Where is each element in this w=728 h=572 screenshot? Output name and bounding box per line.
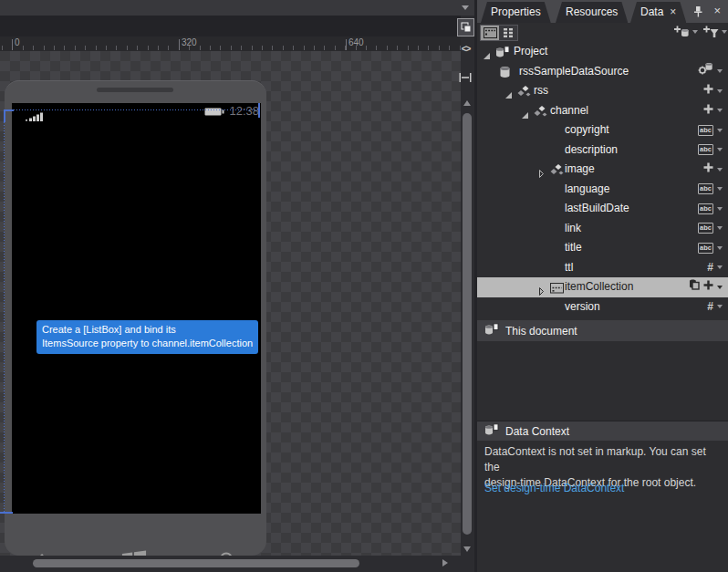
details-view-button[interactable] — [481, 26, 499, 40]
tree-row-project[interactable]: Project — [477, 42, 728, 62]
scroll-down-arrow-icon[interactable] — [463, 546, 471, 552]
data-context-title: Data Context — [505, 425, 569, 438]
design-view-icon — [461, 22, 472, 33]
set-datacontext-link[interactable]: Set design-time DataContext — [484, 482, 624, 494]
document-database-icon — [484, 323, 499, 338]
dropdown-caret-icon[interactable] — [717, 168, 723, 172]
tree-row-title[interactable]: titleabc — [477, 238, 728, 258]
horizontal-scrollbar-track[interactable] — [0, 556, 474, 572]
tree-row-description[interactable]: descriptionabc — [477, 140, 728, 161]
this-document-label: This document — [505, 325, 577, 338]
pin-icon[interactable] — [692, 5, 703, 17]
phone-screen[interactable]: 12:38 — [12, 103, 261, 514]
tree-row-link[interactable]: linkabc — [477, 219, 728, 239]
chevron-down-icon[interactable] — [462, 5, 469, 10]
dropdown-caret-icon[interactable] — [717, 246, 723, 250]
ruler-major-tick — [12, 39, 13, 50]
xaml-view-button[interactable]: <> — [459, 44, 473, 57]
text-field-badge-icon: abc — [698, 125, 713, 136]
dropdown-caret-icon[interactable] — [717, 207, 723, 211]
data-source-options-icon[interactable] — [698, 62, 713, 82]
ruler-major-tick — [179, 39, 180, 50]
tab-resources[interactable]: Resources — [556, 2, 628, 23]
ruler-major-tick — [346, 39, 347, 50]
view-toggle-group — [480, 25, 518, 41]
data-context-header[interactable]: Data Context — [477, 421, 728, 441]
phone-status-bar: 12:38 — [12, 103, 261, 123]
row-badges: abc — [698, 219, 723, 239]
add-field-icon[interactable] — [703, 81, 713, 101]
dropdown-caret-icon[interactable] — [717, 286, 723, 289]
tree-row-label: itemCollection — [565, 277, 633, 297]
binding-hint-tooltip: Create a [ListBox] and bind its ItemsSou… — [36, 320, 258, 354]
icons-view-button[interactable] — [499, 26, 517, 40]
add-field-icon[interactable] — [703, 160, 713, 180]
tab-data[interactable]: Data× — [630, 2, 686, 23]
vertical-scrollbar-thumb[interactable] — [463, 113, 472, 535]
selection-edge-handle[interactable] — [0, 512, 13, 514]
row-badges — [703, 160, 723, 180]
dropdown-caret-icon[interactable] — [717, 265, 723, 269]
selection-edge-handle[interactable] — [258, 103, 260, 118]
icons-view-icon — [503, 27, 515, 38]
close-tab-icon[interactable]: × — [670, 5, 676, 18]
tree-row-ttl[interactable]: ttl# — [477, 258, 728, 278]
selection-corner-handle[interactable] — [4, 109, 5, 122]
collection-badge-icon — [687, 277, 700, 297]
details-view-icon — [484, 27, 497, 38]
data-source-tree: ProjectrssSampleDataSourcersschannelcopy… — [477, 42, 728, 336]
add-sample-data-icon — [703, 26, 719, 38]
tree-row-image[interactable]: image — [477, 160, 728, 180]
tree-row-lastBuildDate[interactable]: lastBuildDateabc — [477, 199, 728, 219]
dropdown-caret-icon[interactable] — [717, 187, 723, 191]
tree-row-label: description — [565, 140, 618, 161]
tree-row-itemCollection[interactable]: itemCollection — [477, 277, 728, 297]
this-document-row[interactable]: This document — [477, 320, 728, 341]
add-sample-data-button[interactable] — [703, 26, 727, 38]
dropdown-caret-icon[interactable] — [717, 148, 723, 151]
number-field-badge-icon: # — [707, 301, 713, 312]
tree-row-language[interactable]: languageabc — [477, 180, 728, 200]
scroll-up-arrow-icon[interactable] — [463, 100, 471, 106]
add-data-source-button[interactable] — [674, 26, 698, 38]
tree-row-rss-sample-data-source[interactable]: rssSampleDataSource — [477, 62, 728, 82]
add-item-icon[interactable] — [703, 277, 713, 297]
design-view-button[interactable] — [457, 18, 474, 36]
tree-row-label: channel — [550, 101, 588, 121]
dropdown-caret-icon[interactable] — [717, 109, 723, 112]
tree-row-rss[interactable]: rss — [477, 81, 728, 101]
tab-properties[interactable]: Properties — [481, 2, 551, 23]
dropdown-caret-icon[interactable] — [717, 226, 723, 230]
data-panel-toolbar — [477, 23, 728, 43]
dropdown-caret-icon[interactable] — [717, 69, 723, 73]
dropdown-caret-icon[interactable] — [692, 30, 698, 34]
text-field-badge-icon: abc — [698, 203, 713, 214]
row-badges: abc — [698, 120, 723, 140]
tree-row-copyright[interactable]: copyrightabc — [477, 120, 728, 140]
signal-strength-icon — [26, 111, 46, 121]
add-data-source-icon — [674, 26, 690, 38]
selection-border-left — [4, 122, 5, 512]
tree-row-version[interactable]: version# — [477, 297, 728, 317]
phone-speaker — [97, 88, 173, 92]
split-view-button[interactable] — [458, 71, 473, 84]
dropdown-caret-icon[interactable] — [722, 30, 727, 34]
text-field-badge-icon: abc — [698, 243, 713, 254]
tree-row-label: version — [565, 297, 600, 317]
tree-row-label: rss — [534, 81, 548, 101]
close-panel-icon[interactable]: × — [713, 5, 721, 16]
ruler-label: 640 — [348, 37, 364, 47]
tree-row-channel[interactable]: channel — [477, 101, 728, 121]
horizontal-scrollbar-thumb[interactable] — [33, 559, 359, 567]
dropdown-caret-icon[interactable] — [717, 305, 723, 308]
dropdown-caret-icon[interactable] — [717, 89, 723, 93]
scroll-right-arrow-icon[interactable] — [442, 559, 448, 567]
designer-top-band — [0, 0, 474, 16]
ruler-label: 320 — [182, 37, 197, 47]
row-badges: abc — [698, 238, 723, 258]
dropdown-caret-icon[interactable] — [717, 129, 723, 132]
add-field-icon[interactable] — [703, 101, 713, 121]
row-badges — [703, 101, 723, 121]
phone-device-chrome: 12:38 — [5, 80, 266, 556]
tree-row-label: Project — [514, 42, 547, 62]
